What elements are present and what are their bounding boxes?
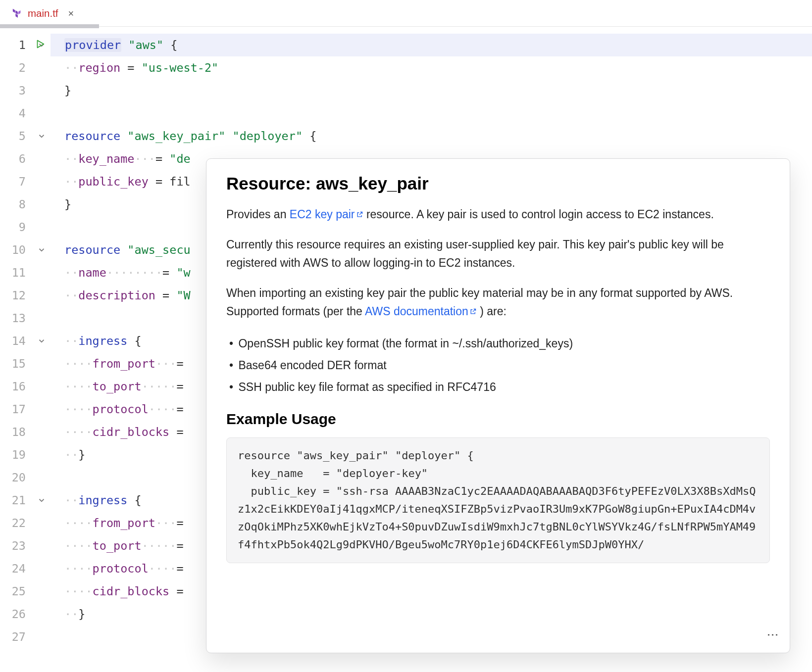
token-pun: = (176, 402, 183, 416)
code-line[interactable] (51, 102, 812, 125)
line-number: 11 (0, 261, 33, 284)
line-number: 19 (0, 443, 33, 466)
token-pun: } (78, 448, 85, 462)
more-options-button[interactable]: ⋮ (764, 627, 782, 644)
close-tab-button[interactable]: × (66, 7, 76, 19)
token-ws: ···· (64, 380, 93, 393)
token-ws: ···· (64, 562, 93, 576)
hover-documentation-popover: Resource: aws_key_pair Provides an EC2 k… (206, 158, 790, 653)
token-pun (121, 38, 128, 52)
token-pun (225, 129, 232, 143)
token-str: "aws_key_pair" (127, 129, 225, 143)
line-number: 2 (0, 56, 33, 79)
token-pun: = (155, 288, 176, 302)
token-str: "w (176, 266, 190, 280)
doc-code-example: resource "aws_key_pair" "deployer" { key… (226, 437, 770, 563)
line-number: 10 (0, 239, 33, 261)
terraform-icon (12, 8, 23, 19)
token-pun: { (163, 38, 177, 52)
token-ws: ···· (149, 402, 177, 416)
chevron-down-icon[interactable] (37, 132, 46, 141)
token-ws: ··· (155, 357, 176, 371)
external-link-icon (469, 302, 477, 321)
ec2-key-pair-link[interactable]: EC2 key pair (290, 208, 363, 221)
run-icon[interactable] (35, 39, 46, 49)
token-ws: ·· (64, 607, 78, 621)
token-pun: { (127, 334, 141, 348)
line-number: 20 (0, 466, 33, 489)
chevron-down-icon[interactable] (37, 245, 46, 254)
line-number: 25 (0, 580, 33, 603)
token-id: from_port (93, 357, 155, 371)
token-pun: = (155, 152, 169, 166)
code-line[interactable]: ··region = "us-west-2" (51, 56, 812, 79)
tab-filename: main.tf (28, 7, 58, 19)
line-number: 3 (0, 79, 33, 102)
line-number: 6 (0, 147, 33, 170)
line-number: 16 (0, 375, 33, 398)
token-ws: ···· (64, 539, 93, 553)
token-kw: provider (64, 38, 121, 52)
token-id: public_key (78, 175, 148, 189)
line-number: 12 (0, 284, 33, 307)
tab-main-tf[interactable]: main.tf × (0, 0, 85, 26)
token-str: "aws" (128, 38, 163, 52)
doc-bullet: SSH public key file format as specified … (229, 376, 770, 398)
doc-bullet: Base64 encoded DER format (229, 354, 770, 376)
token-ws: ·· (64, 288, 78, 302)
token-pun: = (176, 539, 183, 553)
token-id: region (78, 61, 120, 75)
token-ws: ···· (149, 562, 177, 576)
token-pun (120, 243, 127, 257)
token-pun: { (127, 493, 141, 507)
token-pun: } (64, 84, 71, 97)
token-ws: ··· (155, 516, 176, 530)
line-number: 15 (0, 352, 33, 375)
token-pun: = (169, 425, 183, 439)
token-id: cidr_blocks (93, 425, 170, 439)
token-id: protocol (93, 402, 149, 416)
aws-documentation-link[interactable]: AWS documentation (365, 305, 477, 318)
doc-paragraph-3: When importing an existing key pair the … (226, 284, 770, 321)
chevron-down-icon[interactable] (37, 496, 46, 505)
line-number: 21 (0, 489, 33, 512)
token-str: "us-west-2" (142, 61, 219, 75)
token-pun: = (120, 61, 141, 75)
doc-bullet: OpenSSH public key format (the format in… (229, 333, 770, 354)
code-line[interactable]: } (51, 79, 812, 102)
code-line[interactable]: resource "aws_key_pair" "deployer" { (51, 125, 812, 147)
code-line[interactable]: provider "aws" { (51, 34, 812, 56)
doc-subheading: Example Usage (226, 411, 770, 428)
token-pun: { (303, 129, 316, 143)
token-pun: = (176, 380, 183, 393)
token-ws: ···· (64, 425, 93, 439)
token-ws: ·· (64, 152, 78, 166)
tab-bar: main.tf × (0, 0, 812, 27)
token-ws: ···· (64, 584, 93, 598)
token-ws: ·· (64, 175, 78, 189)
token-str: "deployer" (233, 129, 303, 143)
token-str: "W (176, 288, 190, 302)
token-fn: fil (169, 175, 190, 189)
line-number: 14 (0, 330, 33, 352)
token-kw: resource (64, 243, 120, 257)
token-str: "de (169, 152, 190, 166)
token-pun: = (176, 562, 183, 576)
token-pun: = (169, 584, 183, 598)
doc-paragraph-1: Provides an EC2 key pair resource. A key… (226, 205, 770, 224)
token-ws: ········ (106, 266, 162, 280)
token-id: protocol (93, 562, 149, 576)
token-id: to_port (93, 380, 142, 393)
token-pun: = (162, 266, 176, 280)
line-number: 5 (0, 125, 33, 147)
token-pun: = (176, 357, 183, 371)
token-id: from_port (93, 516, 155, 530)
line-number: 8 (0, 193, 33, 216)
token-ws: ····· (142, 380, 177, 393)
chevron-down-icon[interactable] (37, 336, 46, 345)
token-kw: resource (64, 129, 120, 143)
line-number: 23 (0, 534, 33, 557)
token-ws: ·· (64, 61, 78, 75)
token-ws: ·· (64, 266, 78, 280)
token-str: "aws_secu (127, 243, 190, 257)
